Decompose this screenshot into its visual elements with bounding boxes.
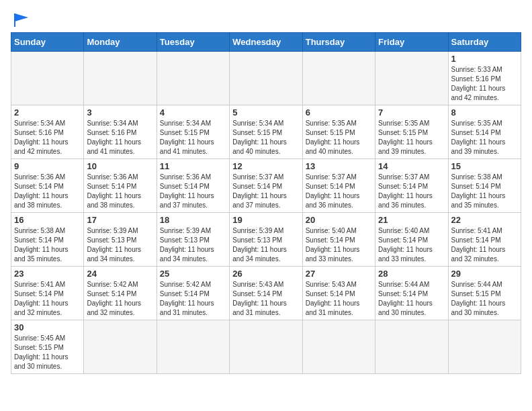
calendar-cell: 3Sunrise: 5:34 AMSunset: 5:16 PMDaylight… (84, 105, 157, 159)
day-info: Sunrise: 5:36 AMSunset: 5:14 PMDaylight:… (87, 173, 153, 210)
calendar-cell: 22Sunrise: 5:41 AMSunset: 5:14 PMDayligh… (448, 213, 521, 267)
day-number: 2 (14, 107, 81, 118)
header (11, 7, 521, 30)
day-info: Sunrise: 5:37 AMSunset: 5:14 PMDaylight:… (232, 173, 299, 210)
day-info: Sunrise: 5:44 AMSunset: 5:14 PMDaylight:… (378, 280, 445, 318)
day-info: Sunrise: 5:40 AMSunset: 5:14 PMDaylight:… (306, 226, 372, 264)
day-number: 17 (87, 215, 153, 225)
calendar-cell: 25Sunrise: 5:42 AMSunset: 5:14 PMDayligh… (157, 267, 229, 320)
day-info: Sunrise: 5:42 AMSunset: 5:14 PMDaylight:… (87, 280, 153, 318)
calendar-cell (11, 52, 84, 105)
day-number: 10 (87, 161, 153, 171)
day-number: 6 (306, 107, 372, 118)
calendar-cell: 18Sunrise: 5:39 AMSunset: 5:13 PMDayligh… (157, 213, 229, 267)
day-info: Sunrise: 5:34 AMSunset: 5:15 PMDaylight:… (160, 119, 226, 156)
calendar-cell: 27Sunrise: 5:43 AMSunset: 5:14 PMDayligh… (302, 267, 375, 320)
calendar-cell: 5Sunrise: 5:34 AMSunset: 5:15 PMDaylight… (230, 105, 302, 159)
day-info: Sunrise: 5:41 AMSunset: 5:14 PMDaylight:… (14, 280, 81, 318)
calendar-cell (157, 320, 229, 374)
day-info: Sunrise: 5:34 AMSunset: 5:15 PMDaylight:… (232, 119, 299, 156)
day-info: Sunrise: 5:41 AMSunset: 5:14 PMDaylight:… (451, 226, 518, 264)
svg-marker-0 (15, 13, 28, 21)
calendar-cell (302, 320, 375, 374)
calendar-cell: 10Sunrise: 5:36 AMSunset: 5:14 PMDayligh… (84, 159, 157, 213)
day-info: Sunrise: 5:39 AMSunset: 5:13 PMDaylight:… (232, 226, 299, 264)
calendar-cell: 16Sunrise: 5:38 AMSunset: 5:14 PMDayligh… (11, 213, 84, 267)
calendar-cell: 17Sunrise: 5:39 AMSunset: 5:13 PMDayligh… (84, 213, 157, 267)
day-number: 13 (306, 161, 372, 171)
calendar-table: SundayMondayTuesdayWednesdayThursdayFrid… (11, 32, 521, 374)
day-number: 7 (378, 107, 445, 118)
day-info: Sunrise: 5:35 AMSunset: 5:14 PMDaylight:… (451, 119, 518, 156)
day-number: 1 (451, 54, 518, 64)
calendar-cell: 26Sunrise: 5:43 AMSunset: 5:14 PMDayligh… (230, 267, 302, 320)
calendar-cell: 30Sunrise: 5:45 AMSunset: 5:15 PMDayligh… (11, 320, 84, 374)
calendar-cell (84, 52, 157, 105)
calendar-cell (84, 320, 157, 374)
day-number: 3 (87, 107, 153, 118)
calendar-cell: 28Sunrise: 5:44 AMSunset: 5:14 PMDayligh… (375, 267, 448, 320)
calendar-cell: 13Sunrise: 5:37 AMSunset: 5:14 PMDayligh… (302, 159, 375, 213)
calendar-cell: 20Sunrise: 5:40 AMSunset: 5:14 PMDayligh… (302, 213, 375, 267)
day-number: 15 (451, 161, 518, 171)
day-info: Sunrise: 5:35 AMSunset: 5:15 PMDaylight:… (306, 119, 372, 156)
day-info: Sunrise: 5:38 AMSunset: 5:14 PMDaylight:… (451, 173, 518, 210)
day-info: Sunrise: 5:36 AMSunset: 5:14 PMDaylight:… (14, 173, 81, 210)
day-info: Sunrise: 5:38 AMSunset: 5:14 PMDaylight:… (14, 226, 81, 264)
day-number: 20 (306, 215, 372, 225)
calendar-week-row: 16Sunrise: 5:38 AMSunset: 5:14 PMDayligh… (11, 213, 521, 267)
calendar-cell: 24Sunrise: 5:42 AMSunset: 5:14 PMDayligh… (84, 267, 157, 320)
day-number: 25 (160, 269, 226, 279)
day-number: 8 (451, 107, 518, 118)
calendar-cell (230, 320, 302, 374)
day-number: 29 (451, 269, 518, 279)
day-number: 18 (160, 215, 226, 225)
day-number: 11 (160, 161, 226, 171)
col-header-sunday: Sunday (11, 33, 84, 52)
calendar-cell (157, 52, 229, 105)
day-info: Sunrise: 5:37 AMSunset: 5:14 PMDaylight:… (378, 173, 445, 210)
calendar-cell: 9Sunrise: 5:36 AMSunset: 5:14 PMDaylight… (11, 159, 84, 213)
day-number: 27 (306, 269, 372, 279)
calendar-cell (448, 320, 521, 374)
day-info: Sunrise: 5:35 AMSunset: 5:15 PMDaylight:… (378, 119, 445, 156)
calendar-cell (375, 52, 448, 105)
svg-rect-1 (14, 13, 15, 27)
day-number: 4 (160, 107, 226, 118)
calendar-cell (230, 52, 302, 105)
calendar-week-row: 9Sunrise: 5:36 AMSunset: 5:14 PMDaylight… (11, 159, 521, 213)
day-info: Sunrise: 5:39 AMSunset: 5:13 PMDaylight:… (160, 226, 226, 264)
day-number: 23 (14, 269, 81, 279)
day-number: 22 (451, 215, 518, 225)
calendar-cell: 12Sunrise: 5:37 AMSunset: 5:14 PMDayligh… (230, 159, 302, 213)
calendar-cell: 11Sunrise: 5:36 AMSunset: 5:14 PMDayligh… (157, 159, 229, 213)
day-info: Sunrise: 5:37 AMSunset: 5:14 PMDaylight:… (306, 173, 372, 210)
calendar-cell (302, 52, 375, 105)
day-number: 24 (87, 269, 153, 279)
calendar-week-row: 23Sunrise: 5:41 AMSunset: 5:14 PMDayligh… (11, 267, 521, 320)
calendar-week-row: 1Sunrise: 5:33 AMSunset: 5:16 PMDaylight… (11, 52, 521, 105)
calendar-cell: 23Sunrise: 5:41 AMSunset: 5:14 PMDayligh… (11, 267, 84, 320)
day-number: 21 (378, 215, 445, 225)
day-number: 12 (232, 161, 299, 171)
day-info: Sunrise: 5:45 AMSunset: 5:15 PMDaylight:… (14, 334, 81, 371)
day-number: 28 (378, 269, 445, 279)
day-info: Sunrise: 5:42 AMSunset: 5:14 PMDaylight:… (160, 280, 226, 318)
calendar-cell: 4Sunrise: 5:34 AMSunset: 5:15 PMDaylight… (157, 105, 229, 159)
day-number: 26 (232, 269, 299, 279)
calendar-cell: 2Sunrise: 5:34 AMSunset: 5:16 PMDaylight… (11, 105, 84, 159)
calendar-cell: 15Sunrise: 5:38 AMSunset: 5:14 PMDayligh… (448, 159, 521, 213)
col-header-saturday: Saturday (448, 33, 521, 52)
calendar-header-row: SundayMondayTuesdayWednesdayThursdayFrid… (11, 33, 521, 52)
day-info: Sunrise: 5:34 AMSunset: 5:16 PMDaylight:… (87, 119, 153, 156)
calendar-cell: 19Sunrise: 5:39 AMSunset: 5:13 PMDayligh… (230, 213, 302, 267)
day-number: 5 (232, 107, 299, 118)
col-header-monday: Monday (84, 33, 157, 52)
day-number: 16 (14, 215, 81, 225)
col-header-thursday: Thursday (302, 33, 375, 52)
day-info: Sunrise: 5:39 AMSunset: 5:13 PMDaylight:… (87, 226, 153, 264)
calendar-cell: 29Sunrise: 5:44 AMSunset: 5:15 PMDayligh… (448, 267, 521, 320)
logo (11, 11, 31, 30)
calendar-week-row: 30Sunrise: 5:45 AMSunset: 5:15 PMDayligh… (11, 320, 521, 374)
day-number: 9 (14, 161, 81, 171)
